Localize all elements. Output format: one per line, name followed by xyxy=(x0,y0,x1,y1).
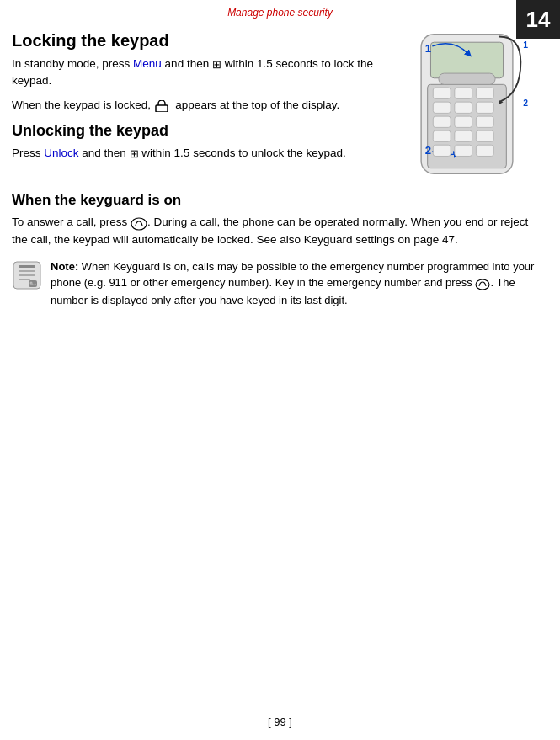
phone-image: 1 2 xyxy=(402,30,536,180)
svg-point-24 xyxy=(131,218,147,230)
svg-rect-0 xyxy=(156,105,168,112)
locking-heading: Locking the keypad xyxy=(12,30,393,51)
page-header: Manage phone security xyxy=(0,0,560,22)
phone-illustration: 1 2 xyxy=(402,30,532,178)
svg-rect-2 xyxy=(430,42,503,78)
note-box: Note: When Keyguard is on, calls may be … xyxy=(12,258,536,308)
svg-rect-16 xyxy=(455,130,472,141)
note-label: Note: xyxy=(51,260,78,273)
svg-rect-17 xyxy=(476,130,493,141)
svg-rect-11 xyxy=(476,102,493,113)
svg-text:2: 2 xyxy=(523,98,528,108)
unlock-link[interactable]: Unlock xyxy=(44,146,78,159)
call-icon-note xyxy=(475,275,490,292)
svg-point-32 xyxy=(476,279,489,290)
answer-call-icon xyxy=(131,215,147,232)
locking-para-2: When the keypad is locked, appears at th… xyxy=(12,97,393,114)
footer-text: [ 99 ] xyxy=(268,716,292,728)
svg-rect-15 xyxy=(433,130,451,141)
svg-rect-10 xyxy=(455,102,472,113)
note-text: Note: When Keyguard is on, calls may be … xyxy=(51,258,536,308)
svg-rect-9 xyxy=(433,102,451,113)
star-plus-icon-1: ⊞ xyxy=(212,56,221,73)
unlocking-heading: Unlocking the keypad xyxy=(12,122,393,141)
content-area: Locking the keypad In standby mode, pres… xyxy=(0,22,560,317)
header-title: Manage phone security xyxy=(227,7,333,19)
lock-icon xyxy=(154,97,169,114)
menu-link[interactable]: Menu xyxy=(133,57,162,70)
unlocking-para-1: Press Unlock and then ⊞ within 1.5 secon… xyxy=(12,145,393,162)
svg-rect-20 xyxy=(476,145,493,156)
svg-rect-8 xyxy=(476,88,493,98)
page-footer: [ 99 ] xyxy=(0,716,560,728)
locking-para-1: In standby mode, press Menu and then ⊞ w… xyxy=(12,56,393,90)
svg-rect-21 xyxy=(439,73,495,84)
star-plus-icon-2: ⊞ xyxy=(130,146,139,162)
svg-rect-14 xyxy=(476,116,493,127)
svg-rect-26 xyxy=(19,265,35,268)
top-section: Locking the keypad In standby mode, pres… xyxy=(12,30,536,180)
text-column: Locking the keypad In standby mode, pres… xyxy=(12,30,393,180)
svg-rect-28 xyxy=(19,274,35,276)
svg-rect-13 xyxy=(455,116,472,127)
svg-text:1: 1 xyxy=(523,40,528,50)
svg-rect-19 xyxy=(455,145,472,156)
svg-rect-6 xyxy=(433,88,451,98)
svg-rect-29 xyxy=(19,279,30,280)
svg-text:1: 1 xyxy=(425,42,431,55)
keyguard-heading: When the keyguard is on xyxy=(12,192,536,209)
note-icon xyxy=(12,260,42,290)
svg-text:2: 2 xyxy=(425,144,431,157)
svg-rect-12 xyxy=(433,116,451,127)
svg-rect-18 xyxy=(433,145,451,156)
keyguard-para: To answer a call, press . During a call,… xyxy=(12,214,536,248)
svg-rect-27 xyxy=(19,270,35,272)
svg-rect-7 xyxy=(455,88,472,98)
